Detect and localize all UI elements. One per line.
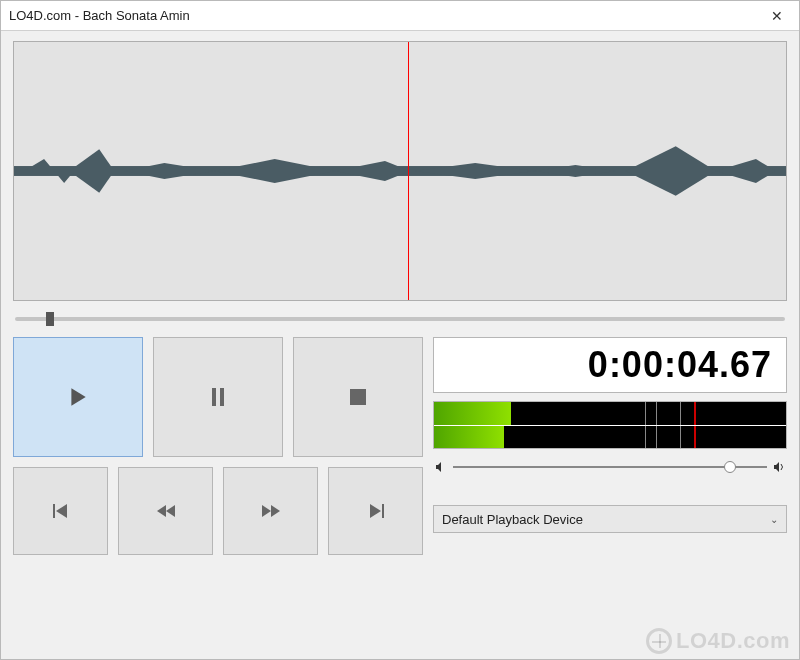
volume-slider[interactable]	[433, 457, 787, 477]
pause-button[interactable]	[153, 337, 283, 457]
waveform-display[interactable]	[13, 41, 787, 301]
volume-track	[453, 466, 767, 468]
svg-rect-1	[212, 388, 216, 406]
titlebar: LO4D.com - Bach Sonata Amin ✕	[1, 1, 799, 31]
rewind-icon	[157, 505, 175, 517]
meter-right	[434, 426, 786, 449]
next-track-button[interactable]	[328, 467, 423, 555]
fast-forward-icon	[262, 505, 280, 517]
transport-row-seek	[13, 467, 423, 555]
svg-rect-5	[382, 504, 384, 518]
position-slider[interactable]	[13, 309, 787, 329]
prev-track-button[interactable]	[13, 467, 108, 555]
volume-min-icon	[435, 461, 447, 473]
meter-peak	[694, 426, 696, 449]
position-track	[15, 317, 785, 321]
meter-tick	[680, 426, 681, 449]
position-thumb[interactable]	[46, 312, 54, 326]
play-button[interactable]	[13, 337, 143, 457]
svg-rect-2	[220, 388, 224, 406]
output-device-select[interactable]: Default Playback Device ⌄	[433, 505, 787, 533]
volume-thumb[interactable]	[724, 461, 736, 473]
content-area: 0:00:04.67	[1, 31, 799, 659]
svg-rect-3	[350, 389, 366, 405]
rewind-button[interactable]	[118, 467, 213, 555]
svg-rect-4	[53, 504, 55, 518]
playhead-cursor	[408, 42, 409, 300]
meter-tick	[656, 426, 657, 449]
transport-controls	[13, 337, 423, 647]
meter-tick	[656, 402, 657, 425]
play-icon	[67, 386, 89, 408]
stop-icon	[350, 389, 366, 405]
status-panel: 0:00:04.67	[433, 337, 787, 647]
close-button[interactable]: ✕	[755, 1, 799, 31]
device-selected-label: Default Playback Device	[442, 512, 583, 527]
app-window: LO4D.com - Bach Sonata Amin ✕	[0, 0, 800, 660]
meter-peak	[694, 402, 696, 425]
chevron-down-icon: ⌄	[770, 514, 778, 525]
waveform-svg	[14, 42, 786, 300]
pause-icon	[210, 388, 226, 406]
meter-left-fill	[434, 402, 511, 425]
skip-next-icon	[368, 504, 384, 518]
meter-right-fill	[434, 426, 504, 449]
volume-max-icon	[773, 461, 785, 473]
lower-panel: 0:00:04.67	[13, 337, 787, 647]
transport-row-main	[13, 337, 423, 457]
meter-tick	[645, 426, 646, 449]
time-display: 0:00:04.67	[433, 337, 787, 393]
meter-left	[434, 402, 786, 426]
close-icon: ✕	[771, 8, 783, 24]
forward-button[interactable]	[223, 467, 318, 555]
stop-button[interactable]	[293, 337, 423, 457]
skip-prev-icon	[53, 504, 69, 518]
level-meter	[433, 401, 787, 449]
meter-tick	[680, 402, 681, 425]
time-value: 0:00:04.67	[588, 344, 772, 386]
meter-tick	[645, 402, 646, 425]
window-title: LO4D.com - Bach Sonata Amin	[9, 8, 190, 23]
